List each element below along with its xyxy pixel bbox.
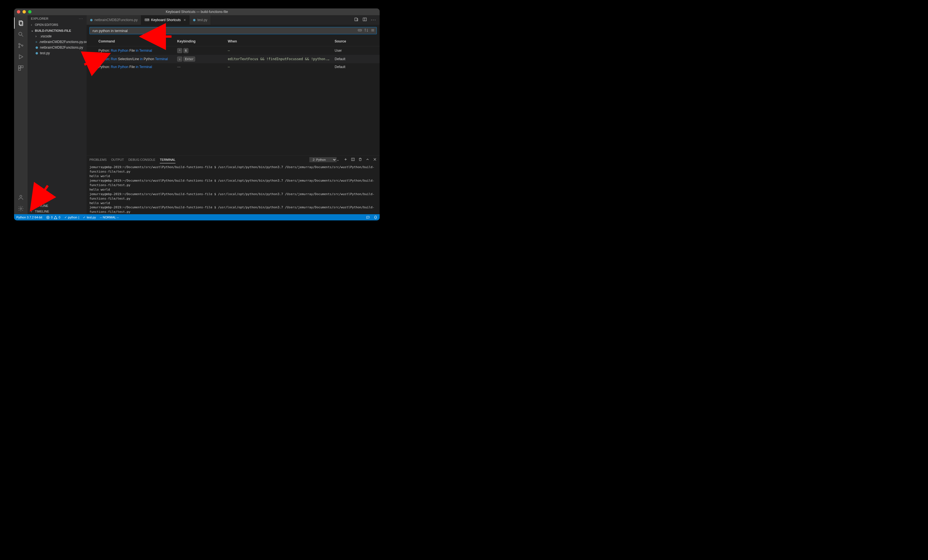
kb-keys: ⇧Enter <box>176 55 226 63</box>
status-vim-mode: -- NORMAL -- <box>100 216 119 219</box>
svg-rect-8 <box>18 66 21 68</box>
kb-when: — <box>226 47 333 54</box>
maximize-panel-icon[interactable] <box>366 157 369 162</box>
kb-when: — <box>226 64 333 70</box>
window-minimize-dot[interactable] <box>23 10 26 14</box>
panel-tab[interactable]: DEBUG CONSOLE <box>128 156 155 163</box>
timeline-section[interactable]: ›TIMELINE <box>27 209 87 214</box>
editor-area: ⬣netbrainCMDB2Functions.py⌨︎Keyboard Sho… <box>87 15 380 214</box>
keyboard-icon: ⌨︎ <box>145 18 149 22</box>
panel-tab[interactable]: TERMINAL <box>160 156 176 163</box>
status-python[interactable]: Python 3.7.2 64-bit <box>16 216 42 219</box>
sort-precedence-icon[interactable] <box>364 28 368 34</box>
outline-section[interactable]: ›OUTLINE <box>27 203 87 209</box>
open-kb-json-icon[interactable] <box>354 17 359 23</box>
tab-bar: ⬣netbrainCMDB2Functions.py⌨︎Keyboard Sho… <box>87 15 380 25</box>
kb-command: Python: Run Selection/Line in Python Ter… <box>97 56 176 62</box>
col-source[interactable]: Source <box>333 38 367 44</box>
svg-point-6 <box>21 45 23 46</box>
svg-point-12 <box>20 208 21 209</box>
svg-rect-13 <box>355 18 357 21</box>
python-file-icon: ⬣ <box>193 18 196 22</box>
editor-more-icon[interactable]: ··· <box>371 17 376 23</box>
col-command[interactable]: Command <box>97 38 176 44</box>
kb-command: Python: Run Python File in Terminal <box>97 47 176 54</box>
close-panel-icon[interactable] <box>373 157 377 162</box>
kb-command: Python: Run Python File in Terminal <box>97 64 176 70</box>
tab-label: Keyboard Shortcuts <box>151 18 180 22</box>
window-zoom-dot[interactable] <box>28 10 32 14</box>
bottom-panel: PROBLEMSOUTPUTDEBUG CONSOLETERMINAL 2: P… <box>87 155 380 214</box>
svg-point-19 <box>360 30 361 30</box>
svg-point-2 <box>19 32 22 35</box>
accounts-icon[interactable] <box>14 192 27 203</box>
file-icon: ≡ <box>35 40 37 44</box>
terminal-selector-chevron-icon[interactable]: ⌄ <box>337 158 339 162</box>
source-control-icon[interactable] <box>14 40 27 51</box>
status-feedback-icon[interactable] <box>366 216 370 219</box>
python-file-icon: ⬣ <box>35 52 38 55</box>
svg-point-4 <box>18 43 20 45</box>
vscode-window: Keyboard Shortcuts — build-functions-fil… <box>14 8 380 220</box>
record-keys-icon[interactable] <box>358 28 362 34</box>
status-bell-icon[interactable] <box>374 216 377 219</box>
kb-table-header: Command Keybinding When Source <box>87 37 380 46</box>
project-section[interactable]: ⌄BUILD-FUNCTIONS-FILE <box>27 27 87 34</box>
sidebar-more-icon[interactable]: ··· <box>79 17 83 20</box>
kb-search-box[interactable] <box>89 27 377 34</box>
file-item[interactable]: ≡.netbrainCMDB2Functions.py.swp <box>27 39 87 45</box>
kill-terminal-icon[interactable] <box>358 157 362 162</box>
col-keybinding[interactable]: Keybinding <box>176 38 226 44</box>
search-icon[interactable] <box>14 29 27 40</box>
window-close-dot[interactable] <box>17 10 20 14</box>
kb-keys: — <box>176 64 226 70</box>
kb-row[interactable]: Python: Run Selection/Line in Python Ter… <box>87 55 380 63</box>
svg-line-3 <box>21 35 23 37</box>
file-label: test.py <box>40 51 50 55</box>
file-item[interactable]: ⬣test.py <box>27 50 87 56</box>
status-ext-test[interactable]: ✓ test.py <box>83 216 96 219</box>
terminal-selector[interactable]: 2: Python <box>309 157 337 162</box>
file-item[interactable]: ⬣netbrainCMDB2Functions.py <box>27 45 87 50</box>
svg-rect-16 <box>358 29 362 31</box>
explorer-icon[interactable] <box>14 17 27 29</box>
svg-point-11 <box>20 195 21 197</box>
file-label: .netbrainCMDB2Functions.py.swp <box>39 40 90 44</box>
close-tab-icon[interactable]: × <box>184 18 186 22</box>
kb-row[interactable]: Python: Run Python File in Terminal——Def… <box>87 63 380 70</box>
kb-search-input[interactable] <box>92 29 358 33</box>
window-title: Keyboard Shortcuts — build-functions-fil… <box>14 10 380 14</box>
svg-point-5 <box>18 46 20 48</box>
kb-row[interactable]: Python: Run Python File in Terminal⌃R—Us… <box>87 46 380 55</box>
svg-rect-9 <box>21 66 23 68</box>
kb-when: editorTextFocus && !findInputFocussed &&… <box>226 56 333 62</box>
split-editor-icon[interactable] <box>362 17 367 23</box>
run-debug-icon[interactable] <box>14 51 27 63</box>
sidebar-title: EXPLORER <box>31 17 48 20</box>
tab-label: test.py <box>197 18 207 22</box>
file-label: .vscode <box>40 34 52 38</box>
editor-tab[interactable]: ⬣test.py <box>189 15 211 25</box>
extensions-icon[interactable] <box>14 63 27 74</box>
col-when[interactable]: When <box>226 38 333 44</box>
split-terminal-icon[interactable] <box>351 157 355 162</box>
svg-marker-7 <box>20 55 23 59</box>
status-ext-python[interactable]: ✓ python | <box>64 216 79 219</box>
editor-tab[interactable]: ⬣netbrainCMDB2Functions.py <box>87 15 141 25</box>
kb-source: Default <box>333 56 367 62</box>
activity-bar <box>14 15 27 214</box>
tab-label: netbrainCMDB2Functions.py <box>95 18 137 22</box>
editor-tab[interactable]: ⌨︎Keyboard Shortcuts× <box>141 15 189 25</box>
clear-search-icon[interactable] <box>371 28 375 34</box>
open-editors-section[interactable]: ›OPEN EDITORS <box>27 22 87 27</box>
status-problems[interactable]: 0 0 <box>46 216 60 219</box>
new-terminal-icon[interactable] <box>343 157 348 162</box>
settings-gear-icon[interactable] <box>14 203 27 214</box>
python-file-icon: ⬣ <box>35 46 38 49</box>
terminal-output[interactable]: jemurray@mbp-2019:~/Documents/src/wustlP… <box>87 164 380 214</box>
folder-item[interactable]: ›.vscode <box>27 34 87 39</box>
panel-tab[interactable]: OUTPUT <box>111 156 124 163</box>
panel-tab[interactable]: PROBLEMS <box>89 156 107 163</box>
svg-rect-10 <box>18 68 21 70</box>
kb-keys: ⌃R <box>176 47 226 54</box>
